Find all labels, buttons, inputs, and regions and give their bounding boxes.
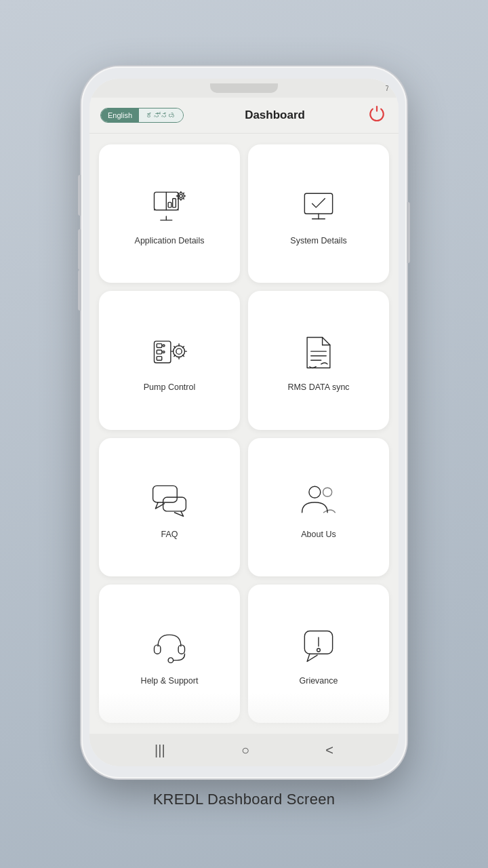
card-system-details[interactable]: System Details [248, 144, 389, 283]
svg-rect-6 [173, 199, 176, 208]
help-support-icon [148, 625, 191, 668]
home-nav-button[interactable]: ○ [236, 737, 255, 764]
card-application-details-label: Application Details [135, 236, 205, 245]
card-grievance-label: Grievance [300, 676, 338, 686]
svg-rect-22 [157, 351, 162, 355]
card-help-support[interactable]: Help & Support [99, 585, 240, 723]
svg-point-44 [323, 488, 332, 496]
svg-point-47 [168, 658, 174, 663]
menu-nav-button[interactable]: ||| [149, 737, 171, 764]
back-nav-button[interactable]: < [320, 737, 339, 764]
card-faq-label: FAQ [161, 530, 178, 539]
phone-top-bar: 7 [89, 79, 399, 98]
card-about-us-label: About Us [301, 530, 336, 539]
svg-point-8 [180, 195, 183, 198]
svg-point-50 [317, 648, 321, 652]
header: English ಕನ್ನಡ Dashboard [89, 98, 399, 134]
card-rms-data-sync[interactable]: RMS DATA sync [248, 291, 389, 429]
notch [210, 83, 278, 93]
svg-point-27 [176, 349, 182, 354]
svg-rect-45 [155, 645, 161, 654]
page-title: Dashboard [245, 108, 305, 122]
svg-point-25 [163, 351, 165, 353]
rms-data-sync-icon [297, 331, 340, 374]
card-system-details-label: System Details [290, 236, 346, 245]
bottom-navigation: ||| ○ < [89, 734, 399, 766]
dashboard-grid: Application Details System Details [89, 134, 399, 734]
card-about-us[interactable]: About Us [248, 438, 389, 576]
lang-english-button[interactable]: English [101, 108, 139, 122]
grievance-icon [297, 625, 340, 668]
signal-indicator: 7 [385, 85, 389, 92]
about-us-icon [297, 478, 340, 521]
screen-caption: KREDL Dashboard Screen [153, 791, 336, 808]
lang-kannada-button[interactable]: ಕನ್ನಡ [139, 108, 183, 122]
pump-control-icon [148, 331, 191, 374]
svg-line-15 [183, 193, 184, 194]
svg-point-24 [163, 345, 165, 347]
system-details-icon [297, 184, 340, 228]
svg-rect-17 [304, 193, 332, 214]
power-button[interactable] [366, 104, 388, 126]
card-rms-data-sync-label: RMS DATA sync [287, 382, 349, 392]
card-help-support-label: Help & Support [141, 676, 199, 686]
svg-line-16 [178, 198, 178, 199]
svg-rect-23 [157, 357, 162, 361]
power-icon [368, 105, 386, 125]
card-faq[interactable]: FAQ [99, 438, 240, 576]
card-pump-control[interactable]: Pump Control [99, 291, 240, 429]
application-details-icon [148, 184, 191, 228]
svg-line-14 [183, 198, 184, 199]
card-pump-control-label: Pump Control [144, 382, 195, 392]
svg-point-43 [309, 486, 321, 498]
card-grievance[interactable]: Grievance [248, 585, 389, 723]
svg-rect-41 [153, 486, 178, 502]
svg-rect-5 [168, 203, 171, 208]
svg-rect-46 [178, 645, 184, 654]
phone-device: 7 English ಕನ್ನಡ Dashboard [81, 66, 407, 778]
faq-icon [148, 478, 191, 521]
svg-line-13 [178, 193, 178, 194]
phone-screen: 7 English ಕನ್ನಡ Dashboard [89, 79, 399, 766]
card-application-details[interactable]: Application Details [99, 144, 240, 283]
svg-rect-42 [163, 497, 186, 511]
language-toggle[interactable]: English ಕನ್ನಡ [100, 108, 184, 123]
svg-rect-21 [157, 344, 162, 348]
